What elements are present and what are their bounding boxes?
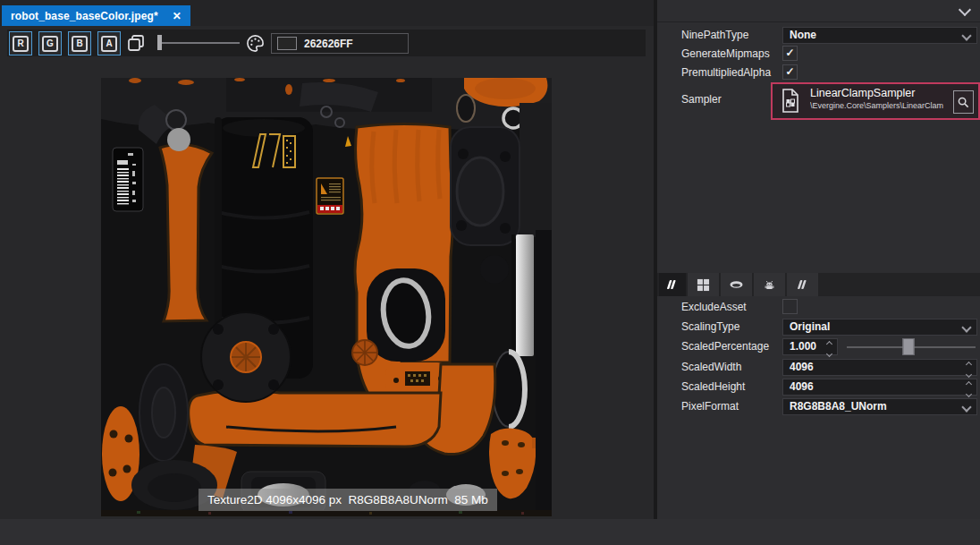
properties-panel: NinePathType None GenerateMipmaps ✓ Prem… bbox=[657, 0, 980, 519]
texture-image bbox=[101, 78, 552, 516]
platform-tab-android[interactable] bbox=[754, 273, 785, 296]
windows-icon bbox=[697, 278, 710, 292]
evergine-icon bbox=[796, 277, 810, 292]
platform-tab-evergine-web[interactable] bbox=[787, 273, 818, 296]
sampler-asset-reference[interactable]: LinearClampSampler \Evergine.Core\Sample… bbox=[771, 82, 980, 120]
sampler-title: LinearClampSampler bbox=[810, 87, 915, 99]
texture-preview bbox=[101, 78, 552, 516]
circular-plate bbox=[201, 312, 291, 402]
exclude-asset-checkbox[interactable] bbox=[782, 299, 798, 314]
sampler-search-button[interactable] bbox=[953, 90, 974, 114]
platform-tab-evergine[interactable] bbox=[659, 273, 686, 296]
evergine-icon bbox=[665, 277, 680, 292]
channel-b-button[interactable]: B bbox=[68, 31, 91, 55]
document-tab-bar: robot_base_baseColor.jpeg* ✕ bbox=[0, 0, 654, 26]
bottom-status-bar bbox=[0, 519, 980, 545]
zoom-slider-handle[interactable] bbox=[157, 35, 162, 50]
scaled-percentage-slider[interactable] bbox=[847, 346, 976, 348]
scaled-width-label: ScaledWidth bbox=[681, 361, 741, 373]
channel-r-label: R bbox=[13, 36, 29, 52]
pixel-format-label: PixelFormat bbox=[681, 400, 739, 413]
scaling-type-label: ScalingType bbox=[681, 320, 739, 333]
hololens-icon bbox=[729, 277, 744, 292]
fit-to-window-button[interactable] bbox=[126, 33, 146, 53]
premultiplied-alpha-checkbox[interactable]: ✓ bbox=[782, 64, 798, 80]
tab-title: robot_base_baseColor.jpeg* bbox=[11, 10, 158, 22]
scaled-width-input[interactable]: 4096 bbox=[782, 359, 977, 376]
background-color-field[interactable]: 262626FF bbox=[271, 33, 409, 54]
scaled-width-spinner[interactable] bbox=[963, 361, 974, 379]
ninepath-dropdown[interactable]: None bbox=[782, 27, 977, 44]
search-icon bbox=[958, 97, 969, 108]
texture-preview-area: robot_base_baseColor.jpeg* ✕ R G B A bbox=[0, 0, 654, 519]
scaling-type-dropdown[interactable]: Original bbox=[782, 319, 977, 336]
android-icon bbox=[763, 277, 776, 292]
ninepath-label: NinePathType bbox=[681, 29, 748, 41]
sampler-asset-icon bbox=[781, 89, 800, 113]
scaled-percentage-value: 1.000 bbox=[790, 340, 816, 353]
channel-g-label: G bbox=[42, 36, 58, 52]
platform-tab-hololens[interactable] bbox=[721, 273, 752, 296]
scaled-percentage-slider-handle[interactable] bbox=[903, 338, 915, 355]
background-color-picker-button[interactable] bbox=[245, 33, 265, 53]
palette-icon bbox=[246, 34, 265, 53]
scaled-percentage-input[interactable]: 1.000 bbox=[782, 338, 838, 355]
background-color-value: 262626FF bbox=[304, 38, 353, 50]
pixel-format-dropdown[interactable]: R8G8B8A8_UNorm bbox=[782, 398, 977, 415]
barcode-label bbox=[113, 148, 143, 211]
scaled-width-value: 4096 bbox=[790, 361, 814, 373]
close-icon[interactable]: ✕ bbox=[173, 10, 182, 22]
chevron-down-icon bbox=[961, 402, 971, 412]
sampler-path: \Evergine.Core\Samplers\LinearClam bbox=[810, 101, 946, 110]
exclude-asset-label: ExcludeAsset bbox=[681, 301, 747, 313]
scaled-height-label: ScaledHeight bbox=[681, 380, 745, 393]
platform-tab-windows[interactable] bbox=[688, 273, 719, 296]
warning-sticker bbox=[317, 178, 343, 214]
chevron-down-icon bbox=[961, 322, 971, 332]
channel-a-label: A bbox=[101, 36, 117, 52]
scaled-percentage-label: ScaledPercentage bbox=[681, 340, 769, 353]
channel-r-button[interactable]: R bbox=[9, 31, 32, 55]
scaled-height-input[interactable]: 4096 bbox=[782, 379, 977, 396]
texture-editor-window: robot_base_baseColor.jpeg* ✕ R G B A bbox=[0, 0, 980, 545]
fit-to-window-icon bbox=[127, 34, 145, 52]
collapse-panel-chevron-icon[interactable] bbox=[959, 4, 971, 16]
scaled-percentage-spinner[interactable] bbox=[824, 340, 834, 358]
generate-mipmaps-checkbox[interactable]: ✓ bbox=[782, 46, 798, 61]
background-color-swatch bbox=[277, 37, 297, 50]
properties-panel-header bbox=[657, 0, 980, 22]
scaled-height-spinner[interactable] bbox=[963, 380, 974, 398]
texture-toolbar: R G B A 2626 bbox=[7, 30, 646, 56]
generate-mipmaps-label: GenerateMipmaps bbox=[681, 47, 770, 60]
scaled-height-value: 4096 bbox=[790, 380, 814, 393]
zoom-slider[interactable] bbox=[157, 42, 240, 44]
chevron-down-icon bbox=[961, 30, 971, 40]
platform-tab-strip bbox=[657, 273, 980, 296]
tab-robot-base-basecolor[interactable]: robot_base_baseColor.jpeg* ✕ bbox=[2, 5, 190, 26]
channel-a-button[interactable]: A bbox=[97, 31, 121, 55]
sampler-label: Sampler bbox=[681, 93, 722, 106]
ninepath-value: None bbox=[790, 29, 816, 41]
channel-b-label: B bbox=[72, 36, 88, 52]
pixel-format-value: R8G8B8A8_UNorm bbox=[790, 400, 887, 413]
scaling-type-value: Original bbox=[790, 320, 830, 333]
premultiplied-alpha-label: PremultipliedAlpha bbox=[681, 66, 771, 79]
right-dark-panel bbox=[451, 127, 520, 245]
texture-status-overlay: Texture2D 4096x4096 px R8G8B8A8UNorm 85 … bbox=[199, 489, 497, 511]
channel-g-button[interactable]: G bbox=[38, 31, 62, 55]
